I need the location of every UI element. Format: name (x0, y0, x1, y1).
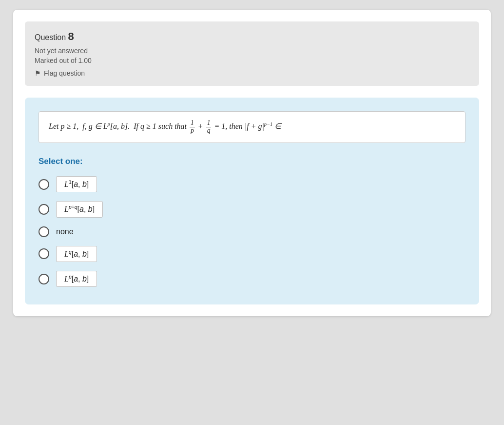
question-text: Let p ≥ 1, f, g ∈ Lp[a, b]. If q ≥ 1 suc… (39, 111, 465, 143)
radio-2[interactable] (39, 204, 49, 215)
question-label: Question (35, 33, 66, 41)
option-item-4[interactable]: Lq[a, b] (39, 246, 465, 262)
flag-label: Flag question (44, 69, 85, 77)
question-body: Let p ≥ 1, f, g ∈ Lp[a, b]. If q ≥ 1 suc… (25, 98, 479, 304)
option-text-3: none (56, 227, 74, 236)
option-text-5: Lp[a, b] (56, 271, 97, 287)
outer-card: Question 8 Not yet answered Marked out o… (13, 10, 491, 316)
option-item-3[interactable]: none (39, 226, 465, 237)
question-title: Question 8 (35, 30, 469, 43)
question-number: 8 (68, 30, 74, 42)
radio-4[interactable] (39, 248, 49, 259)
radio-3[interactable] (39, 226, 49, 237)
radio-1[interactable] (39, 179, 49, 190)
option-item-1[interactable]: L1[a, b] (39, 176, 465, 192)
flag-icon: ⚑ (35, 69, 41, 77)
option-text-1: L1[a, b] (56, 176, 97, 192)
select-one-label: Select one: (39, 157, 465, 166)
option-text-4: Lq[a, b] (56, 246, 97, 262)
question-status: Not yet answered (35, 47, 469, 55)
flag-question-button[interactable]: ⚑ Flag question (35, 69, 469, 77)
options-list: L1[a, b] Lp+q[a, b] none Lq[a, b] (39, 176, 465, 287)
question-marks: Marked out of 1.00 (35, 57, 469, 64)
radio-5[interactable] (39, 274, 49, 284)
option-item-5[interactable]: Lp[a, b] (39, 271, 465, 287)
question-header: Question 8 Not yet answered Marked out o… (25, 21, 479, 86)
option-item-2[interactable]: Lp+q[a, b] (39, 201, 465, 217)
question-math: Let p ≥ 1, f, g ∈ Lp[a, b]. If q ≥ 1 suc… (49, 122, 281, 130)
option-text-2: Lp+q[a, b] (56, 201, 103, 217)
